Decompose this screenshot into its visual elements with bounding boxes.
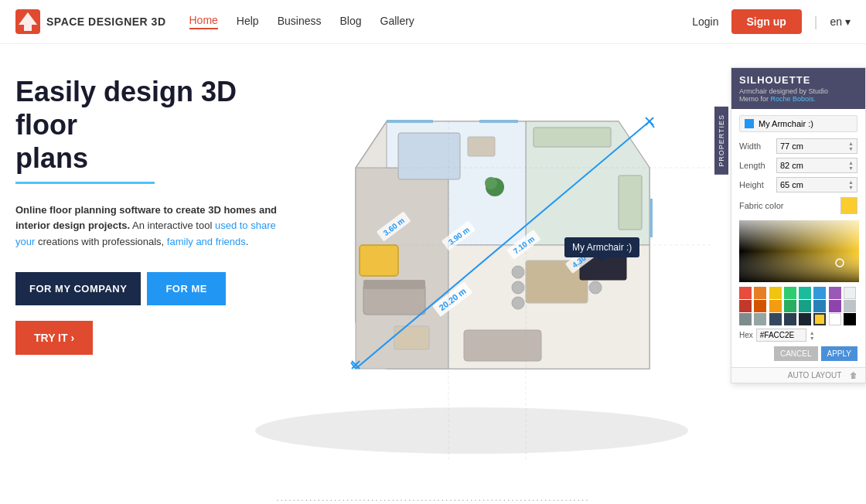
apply-button[interactable]: APPLY xyxy=(821,346,858,361)
swatch-blue[interactable] xyxy=(813,287,826,299)
logo-icon xyxy=(15,9,40,34)
svg-rect-13 xyxy=(363,280,425,289)
bottom-dots: ........................................… xyxy=(0,485,866,504)
nav-links: Home Help Business Blog Gallery xyxy=(189,14,693,29)
swatch-darkgreen[interactable] xyxy=(784,300,796,312)
width-label: Width xyxy=(739,141,773,151)
hero-used-link[interactable]: used to share xyxy=(215,220,276,231)
nav-help[interactable]: Help xyxy=(237,15,259,29)
hero-family-link[interactable]: family and friends xyxy=(167,236,246,247)
panel-header: SILHOUETTE Armchair designed by Studio M… xyxy=(731,68,865,109)
color-picker[interactable] xyxy=(739,220,859,282)
logo[interactable]: SPACE DESIGNER 3D xyxy=(15,9,166,34)
auto-layout-label: AUTO LAYOUT xyxy=(788,371,841,380)
height-field-row: Height 65 cm ▲▼ xyxy=(739,177,857,192)
language-selector[interactable]: en ▾ xyxy=(830,15,851,28)
hero-left: Easily design 3D floor plans Online floo… xyxy=(0,44,294,485)
swatch-darkblue[interactable] xyxy=(813,300,826,312)
item-name-row: My Armchair :) xyxy=(739,115,857,132)
hero-underline xyxy=(15,182,155,184)
svg-rect-18 xyxy=(534,128,611,147)
nav-right: Login Sign up | en ▾ xyxy=(692,9,851,34)
swatch-darkpurple[interactable] xyxy=(829,300,841,312)
length-spinner[interactable]: ▲▼ xyxy=(848,160,854,171)
panel-subtitle: Armchair designed by Studio Memo for Roc… xyxy=(739,87,857,103)
svg-rect-2 xyxy=(24,25,32,31)
swatch-darkgray2[interactable] xyxy=(769,313,782,325)
swatches-grid xyxy=(739,287,857,325)
swatch-navy[interactable] xyxy=(784,313,796,325)
swatch-orange[interactable] xyxy=(754,287,766,299)
svg-rect-9 xyxy=(387,120,433,123)
swatch-activeyellow[interactable] xyxy=(813,313,826,325)
swatch-gold[interactable] xyxy=(769,300,782,312)
swatch-purple[interactable] xyxy=(829,287,841,299)
hex-row: Hex #FACC2E ▲▼ xyxy=(739,329,857,342)
nav-business[interactable]: Business xyxy=(278,15,322,29)
forme-button[interactable]: FOR ME xyxy=(147,272,226,305)
panel-title: SILHOUETTE xyxy=(739,74,857,86)
height-spinner[interactable]: ▲▼ xyxy=(848,179,854,190)
tryit-button[interactable]: TRY IT › xyxy=(15,321,93,355)
floor-plan-svg: 3.60 m 3.90 m 20.20 m 7.10 m 4.30 m xyxy=(232,60,711,461)
height-input[interactable]: 65 cm ▲▼ xyxy=(776,177,857,192)
swatch-red[interactable] xyxy=(739,287,752,299)
item-name-label: My Armchair :) xyxy=(759,119,813,128)
length-input[interactable]: 82 cm ▲▼ xyxy=(776,158,857,173)
hex-label: Hex xyxy=(739,331,753,339)
company-button[interactable]: FOR MY COMPANY xyxy=(15,272,141,305)
cancel-button[interactable]: CANCEL xyxy=(774,346,818,361)
properties-tab[interactable]: PROPERTIES xyxy=(714,107,728,175)
svg-rect-15 xyxy=(360,245,398,276)
width-spinner[interactable]: ▲▼ xyxy=(848,141,854,152)
swatch-green[interactable] xyxy=(784,287,796,299)
item-checkbox[interactable] xyxy=(745,119,754,128)
nav-home[interactable]: Home xyxy=(189,14,218,29)
swatch-darknavy[interactable] xyxy=(799,313,811,325)
svg-rect-11 xyxy=(650,199,653,237)
svg-rect-16 xyxy=(398,133,460,179)
swatch-darkteal[interactable] xyxy=(799,300,811,312)
swatch-black[interactable] xyxy=(844,313,856,325)
hero-section: Easily design 3D floor plans Online floo… xyxy=(0,44,866,485)
hex-spinner[interactable]: ▲▼ xyxy=(810,330,815,341)
fabric-color-swatch[interactable] xyxy=(840,197,857,214)
panel-footer: AUTO LAYOUT 🗑 xyxy=(731,367,865,383)
svg-rect-14 xyxy=(394,326,429,349)
swatch-offwhite[interactable] xyxy=(829,313,841,325)
svg-rect-26 xyxy=(464,330,541,361)
fabric-color-row: Fabric color xyxy=(739,197,857,214)
swatch-yellow[interactable] xyxy=(769,287,782,299)
swatch-medgray[interactable] xyxy=(754,313,766,325)
swatch-darkorange[interactable] xyxy=(754,300,766,312)
length-field-row: Length 82 cm ▲▼ xyxy=(739,158,857,173)
width-field-row: Width 77 cm ▲▼ xyxy=(739,138,857,154)
panel-body: My Armchair :) Width 77 cm ▲▼ Length 82 … xyxy=(731,109,865,367)
swatch-darkred[interactable] xyxy=(739,300,752,312)
swatch-white[interactable] xyxy=(844,287,856,299)
trash-icon[interactable]: 🗑 xyxy=(850,371,857,380)
panel-link[interactable]: Roche Bobois. xyxy=(771,95,817,103)
picker-buttons: CANCEL APPLY xyxy=(739,346,857,361)
swatch-gray[interactable] xyxy=(739,313,752,325)
signup-button[interactable]: Sign up xyxy=(731,9,802,34)
svg-point-23 xyxy=(512,297,524,309)
nav-gallery[interactable]: Gallery xyxy=(380,15,414,29)
svg-point-22 xyxy=(512,281,524,294)
fabric-label: Fabric color xyxy=(739,201,783,210)
hero-title: Easily design 3D floor plans xyxy=(15,75,278,175)
length-label: Length xyxy=(739,161,773,170)
login-button[interactable]: Login xyxy=(692,15,718,28)
swatch-lightgray[interactable] xyxy=(844,300,856,312)
svg-point-21 xyxy=(512,266,524,278)
svg-rect-10 xyxy=(479,120,518,123)
width-input[interactable]: 77 cm ▲▼ xyxy=(776,138,857,154)
nav-blog[interactable]: Blog xyxy=(339,15,361,29)
svg-point-29 xyxy=(485,177,497,189)
swatch-teal[interactable] xyxy=(799,287,811,299)
silhouette-panel: PROPERTIES SILHOUETTE Armchair designed … xyxy=(731,67,866,383)
nav-divider: | xyxy=(814,14,818,30)
hero-your-link[interactable]: your xyxy=(15,236,35,247)
hex-input[interactable]: #FACC2E xyxy=(756,329,806,342)
hero-description: Online floor planning software to create… xyxy=(15,203,278,250)
